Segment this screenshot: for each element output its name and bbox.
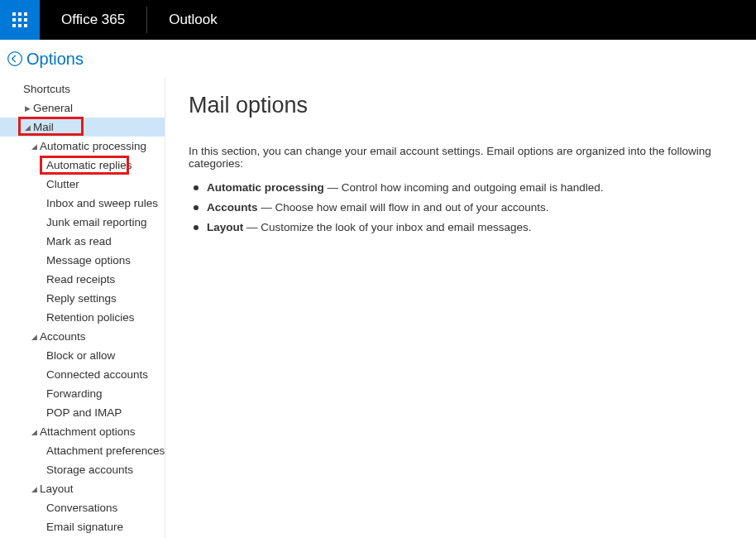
sidebar-item-clutter[interactable]: Clutter <box>0 175 165 194</box>
bullet-strong: Accounts <box>207 201 258 214</box>
back-button[interactable] <box>5 49 25 69</box>
content-heading: Mail options <box>189 93 733 118</box>
caret-down-icon: ◢ <box>30 328 38 347</box>
content-pane: Mail options In this section, you can ch… <box>165 78 756 538</box>
sidebar-item-label: General <box>33 102 73 114</box>
sidebar-item-forwarding[interactable]: Forwarding <box>0 384 165 403</box>
bullet-dash: — <box>243 221 261 233</box>
bullet-accounts: Accounts — Choose how email will flow in… <box>207 198 733 218</box>
bullet-rest: Customize the look of your inbox and ema… <box>261 221 531 233</box>
sidebar-item-pop-imap[interactable]: POP and IMAP <box>0 403 165 422</box>
app-launcher-button[interactable] <box>0 0 40 40</box>
sidebar-item-attachment-preferences[interactable]: Attachment preferences <box>0 441 165 460</box>
sidebar-group-label: Accounts <box>40 330 86 343</box>
app-name-label: Outlook <box>147 0 239 40</box>
sidebar-item-block-or-allow[interactable]: Block or allow <box>0 346 165 365</box>
sidebar-group-label: Attachment options <box>40 425 136 438</box>
caret-down-icon: ◢ <box>30 423 38 442</box>
caret-down-icon: ◢ <box>30 480 38 499</box>
bullet-rest: Choose how email will flow in and out of… <box>275 201 549 214</box>
sidebar-item-email-signature[interactable]: Email signature <box>0 517 165 536</box>
sidebar-item-mail[interactable]: ◢Mail <box>0 118 165 137</box>
sidebar-item-junk-email-reporting[interactable]: Junk email reporting <box>0 213 165 232</box>
sidebar-item-mark-as-read[interactable]: Mark as read <box>0 232 165 251</box>
sidebar-group-automatic-processing[interactable]: ◢Automatic processing <box>0 137 165 156</box>
sidebar-item-read-receipts[interactable]: Read receipts <box>0 270 165 289</box>
svg-point-0 <box>8 52 22 66</box>
sidebar-item-automatic-replies[interactable]: Automatic replies <box>0 156 165 175</box>
sidebar-group-layout[interactable]: ◢Layout <box>0 479 165 498</box>
waffle-icon <box>12 12 27 27</box>
bullet-rest: Control how incoming and outgoing email … <box>342 181 604 194</box>
options-sidebar: Shortcuts ▶General ◢Mail ◢Automatic proc… <box>0 78 165 538</box>
breadcrumb: Options <box>0 40 756 78</box>
caret-right-icon: ▶ <box>23 99 31 118</box>
sidebar-item-conversations[interactable]: Conversations <box>0 498 165 517</box>
top-bar: Office 365 Outlook <box>0 0 756 40</box>
sidebar-group-attachment-options[interactable]: ◢Attachment options <box>0 422 165 441</box>
bullet-strong: Automatic processing <box>207 181 324 194</box>
sidebar-item-label: Mail <box>33 121 54 133</box>
bullet-layout: Layout — Customize the look of your inbo… <box>207 218 733 238</box>
sidebar-item-inbox-sweep-rules[interactable]: Inbox and sweep rules <box>0 194 165 213</box>
content-bullets: Automatic processing — Control how incom… <box>189 178 733 238</box>
caret-down-icon: ◢ <box>23 118 31 137</box>
sidebar-item-message-options[interactable]: Message options <box>0 251 165 270</box>
bullet-automatic-processing: Automatic processing — Control how incom… <box>207 178 733 198</box>
sidebar-item-reply-settings[interactable]: Reply settings <box>0 289 165 308</box>
content-intro: In this section, you can change your ema… <box>189 145 733 170</box>
sidebar-item-storage-accounts[interactable]: Storage accounts <box>0 460 165 479</box>
bullet-dash: — <box>258 201 275 214</box>
sidebar-group-label: Automatic processing <box>40 140 146 152</box>
sidebar-item-connected-accounts[interactable]: Connected accounts <box>0 365 165 384</box>
back-arrow-icon <box>7 50 23 67</box>
bullet-dash: — <box>324 181 342 194</box>
sidebar-group-accounts[interactable]: ◢Accounts <box>0 327 165 346</box>
sidebar-item-retention-policies[interactable]: Retention policies <box>0 308 165 327</box>
page-title[interactable]: Options <box>26 50 84 69</box>
brand-label[interactable]: Office 365 <box>40 0 146 40</box>
bullet-strong: Layout <box>207 221 243 233</box>
sidebar-group-label: Layout <box>40 483 74 495</box>
sidebar-item-general[interactable]: ▶General <box>0 98 165 118</box>
caret-down-icon: ◢ <box>30 137 38 156</box>
sidebar-shortcuts-heading: Shortcuts <box>0 79 165 98</box>
